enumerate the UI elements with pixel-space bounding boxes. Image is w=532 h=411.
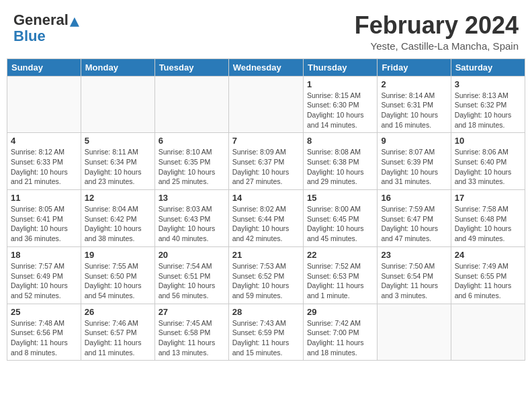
day-number: 20	[159, 250, 225, 260]
dow-header-tuesday: Tuesday	[154, 58, 228, 76]
day-number: 24	[455, 250, 521, 260]
day-number: 23	[381, 250, 447, 260]
day-number: 10	[455, 136, 521, 146]
calendar-cell	[451, 304, 525, 361]
header: General Blue February 2024 Yeste, Castil…	[7, 7, 525, 54]
dow-header-thursday: Thursday	[303, 58, 377, 76]
calendar-subtitle: Yeste, Castille-La Mancha, Spain	[355, 40, 519, 52]
day-info: Sunrise: 7:54 AM Sunset: 6:51 PM Dayligh…	[159, 261, 225, 301]
day-info: Sunrise: 7:48 AM Sunset: 6:56 PM Dayligh…	[11, 318, 77, 358]
calendar-cell: 18Sunrise: 7:57 AM Sunset: 6:49 PM Dayli…	[7, 246, 81, 304]
day-number: 12	[85, 193, 151, 203]
calendar-title: February 2024	[355, 12, 519, 39]
calendar-cell: 24Sunrise: 7:49 AM Sunset: 6:55 PM Dayli…	[451, 246, 525, 304]
calendar-cell: 21Sunrise: 7:53 AM Sunset: 6:52 PM Dayli…	[228, 246, 303, 304]
day-info: Sunrise: 8:04 AM Sunset: 6:42 PM Dayligh…	[85, 204, 151, 244]
calendar-cell: 13Sunrise: 8:03 AM Sunset: 6:43 PM Dayli…	[154, 190, 228, 247]
calendar-cell	[154, 76, 228, 133]
day-number: 9	[381, 136, 447, 146]
calendar-cell: 23Sunrise: 7:50 AM Sunset: 6:54 PM Dayli…	[378, 246, 451, 304]
day-number: 15	[307, 193, 373, 203]
logo-general-text: General	[13, 11, 69, 28]
calendar-cell: 3Sunrise: 8:13 AM Sunset: 6:32 PM Daylig…	[451, 76, 525, 133]
day-info: Sunrise: 8:10 AM Sunset: 6:35 PM Dayligh…	[159, 147, 225, 187]
day-info: Sunrise: 8:15 AM Sunset: 6:30 PM Dayligh…	[307, 91, 373, 130]
calendar-cell: 4Sunrise: 8:12 AM Sunset: 6:33 PM Daylig…	[7, 133, 81, 190]
calendar-cell: 12Sunrise: 8:04 AM Sunset: 6:42 PM Dayli…	[81, 190, 154, 247]
day-info: Sunrise: 8:13 AM Sunset: 6:32 PM Dayligh…	[455, 91, 521, 130]
day-info: Sunrise: 8:00 AM Sunset: 6:45 PM Dayligh…	[307, 204, 373, 244]
calendar-cell: 1Sunrise: 8:15 AM Sunset: 6:30 PM Daylig…	[303, 76, 377, 133]
title-area: February 2024 Yeste, Castille-La Mancha,…	[355, 12, 519, 52]
calendar-cell: 8Sunrise: 8:08 AM Sunset: 6:38 PM Daylig…	[303, 133, 377, 190]
day-number: 17	[455, 193, 521, 203]
day-info: Sunrise: 8:12 AM Sunset: 6:33 PM Dayligh…	[11, 147, 77, 187]
calendar-cell: 6Sunrise: 8:10 AM Sunset: 6:35 PM Daylig…	[154, 133, 228, 190]
day-number: 13	[159, 193, 225, 203]
day-info: Sunrise: 7:55 AM Sunset: 6:50 PM Dayligh…	[85, 261, 151, 301]
day-number: 22	[307, 250, 373, 260]
day-info: Sunrise: 7:52 AM Sunset: 6:53 PM Dayligh…	[307, 261, 373, 301]
day-number: 5	[85, 136, 151, 146]
day-number: 26	[85, 307, 151, 317]
calendar-cell: 20Sunrise: 7:54 AM Sunset: 6:51 PM Dayli…	[154, 246, 228, 304]
day-number: 16	[381, 193, 447, 203]
day-number: 1	[307, 79, 373, 89]
calendar-cell: 28Sunrise: 7:43 AM Sunset: 6:59 PM Dayli…	[228, 304, 303, 361]
calendar-cell: 7Sunrise: 8:09 AM Sunset: 6:37 PM Daylig…	[228, 133, 303, 190]
calendar-cell: 9Sunrise: 8:07 AM Sunset: 6:39 PM Daylig…	[378, 133, 451, 190]
day-number: 28	[232, 307, 300, 317]
day-info: Sunrise: 7:59 AM Sunset: 6:47 PM Dayligh…	[381, 204, 447, 244]
day-info: Sunrise: 7:53 AM Sunset: 6:52 PM Dayligh…	[232, 261, 300, 301]
day-number: 2	[381, 79, 447, 89]
calendar-cell: 29Sunrise: 7:42 AM Sunset: 7:00 PM Dayli…	[303, 304, 377, 361]
day-number: 21	[232, 250, 300, 260]
day-info: Sunrise: 8:06 AM Sunset: 6:40 PM Dayligh…	[455, 147, 521, 187]
calendar-cell: 2Sunrise: 8:14 AM Sunset: 6:31 PM Daylig…	[378, 76, 451, 133]
dow-header-friday: Friday	[378, 58, 451, 76]
day-info: Sunrise: 7:45 AM Sunset: 6:58 PM Dayligh…	[159, 318, 225, 358]
day-number: 27	[159, 307, 225, 317]
day-info: Sunrise: 7:57 AM Sunset: 6:49 PM Dayligh…	[11, 261, 77, 301]
day-number: 11	[11, 193, 77, 203]
day-number: 25	[11, 307, 77, 317]
calendar-cell: 17Sunrise: 7:58 AM Sunset: 6:48 PM Dayli…	[451, 190, 525, 247]
calendar-cell: 22Sunrise: 7:52 AM Sunset: 6:53 PM Dayli…	[303, 246, 377, 304]
day-number: 18	[11, 250, 77, 260]
logo: General Blue	[13, 12, 79, 44]
calendar-cell	[81, 76, 154, 133]
day-info: Sunrise: 7:58 AM Sunset: 6:48 PM Dayligh…	[455, 204, 521, 244]
calendar-cell: 5Sunrise: 8:11 AM Sunset: 6:34 PM Daylig…	[81, 133, 154, 190]
day-info: Sunrise: 8:11 AM Sunset: 6:34 PM Dayligh…	[85, 147, 151, 187]
day-number: 8	[307, 136, 373, 146]
day-info: Sunrise: 7:50 AM Sunset: 6:54 PM Dayligh…	[381, 261, 447, 301]
logo-icon	[70, 17, 79, 27]
dow-header-saturday: Saturday	[451, 58, 525, 76]
day-number: 14	[232, 193, 300, 203]
day-info: Sunrise: 8:05 AM Sunset: 6:41 PM Dayligh…	[11, 204, 77, 244]
day-info: Sunrise: 8:14 AM Sunset: 6:31 PM Dayligh…	[381, 91, 447, 130]
day-number: 19	[85, 250, 151, 260]
day-info: Sunrise: 8:03 AM Sunset: 6:43 PM Dayligh…	[159, 204, 225, 244]
calendar-cell: 11Sunrise: 8:05 AM Sunset: 6:41 PM Dayli…	[7, 190, 81, 247]
day-number: 29	[307, 307, 373, 317]
day-number: 6	[159, 136, 225, 146]
day-number: 7	[232, 136, 300, 146]
calendar-cell	[228, 76, 303, 133]
logo-blue-text: Blue	[13, 28, 46, 44]
calendar-table: SundayMondayTuesdayWednesdayThursdayFrid…	[7, 58, 525, 361]
calendar-cell: 10Sunrise: 8:06 AM Sunset: 6:40 PM Dayli…	[451, 133, 525, 190]
calendar-cell: 26Sunrise: 7:46 AM Sunset: 6:57 PM Dayli…	[81, 304, 154, 361]
dow-header-monday: Monday	[81, 58, 154, 76]
calendar-cell: 19Sunrise: 7:55 AM Sunset: 6:50 PM Dayli…	[81, 246, 154, 304]
calendar-cell: 27Sunrise: 7:45 AM Sunset: 6:58 PM Dayli…	[154, 304, 228, 361]
day-info: Sunrise: 7:43 AM Sunset: 6:59 PM Dayligh…	[232, 318, 300, 358]
day-info: Sunrise: 8:02 AM Sunset: 6:44 PM Dayligh…	[232, 204, 300, 244]
day-number: 3	[455, 79, 521, 89]
calendar-cell	[378, 304, 451, 361]
dow-header-wednesday: Wednesday	[228, 58, 303, 76]
day-number: 4	[11, 136, 77, 146]
day-info: Sunrise: 7:42 AM Sunset: 7:00 PM Dayligh…	[307, 318, 373, 358]
calendar-cell	[7, 76, 81, 133]
day-info: Sunrise: 8:09 AM Sunset: 6:37 PM Dayligh…	[232, 147, 300, 187]
